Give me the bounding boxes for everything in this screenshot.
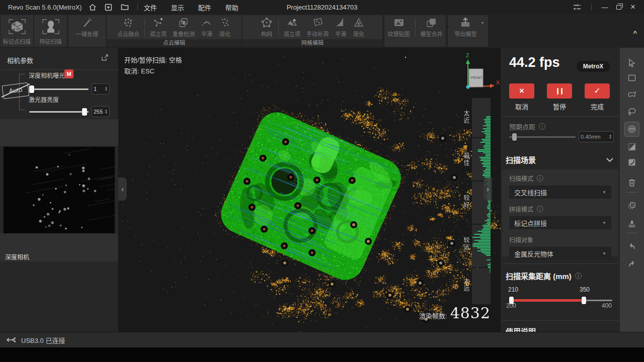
auto-exposure-stamp[interactable]: Auto xyxy=(2,82,30,99)
complete-scan-button[interactable]: ✓ xyxy=(585,83,610,99)
usb-status-text: USB3.0 已连接 xyxy=(21,335,65,345)
scan-mode-dropdown[interactable]: 交叉线扫描 ▼ xyxy=(509,186,611,199)
stitch-mode-dropdown[interactable]: 标记点拼接 ▼ xyxy=(509,216,611,229)
ribbon-collapse-icon[interactable]: ^ xyxy=(633,29,637,37)
hole-fill-icon xyxy=(311,17,324,29)
minimize-button[interactable]: — xyxy=(598,1,612,13)
polygon-select-icon[interactable] xyxy=(625,87,639,102)
open-folder-icon[interactable] xyxy=(119,2,130,12)
pc-isolated-button[interactable]: 孤立项 xyxy=(147,17,170,38)
info-icon[interactable]: i xyxy=(537,206,543,212)
menu-display[interactable]: 显示 xyxy=(171,3,184,12)
mesh-edit-group: 构网 孤立项 手动补洞 xyxy=(243,15,382,47)
collapse-left-panel-tab[interactable]: ‹ xyxy=(118,177,127,201)
select-cursor-icon[interactable] xyxy=(625,56,639,70)
oneclick-process-button[interactable]: 一键处理 xyxy=(73,17,101,38)
collapse-right-panel-tab[interactable]: › xyxy=(484,177,492,201)
exposure-spinbox[interactable]: 1 ▲▼ xyxy=(92,83,110,95)
capture-distance-title: 扫描采集距离 (mm) i xyxy=(506,270,582,281)
point-distance-slider[interactable] xyxy=(509,133,576,141)
group-separator xyxy=(278,18,279,36)
menu-accessories[interactable]: 配件 xyxy=(198,3,211,12)
spin-down-icon[interactable]: ▼ xyxy=(105,112,108,114)
export-caret-icon[interactable]: ▼ xyxy=(481,21,485,25)
info-icon[interactable]: i xyxy=(537,175,543,182)
pointcloud-group-label: 点云编辑 xyxy=(107,39,242,47)
mesh-group-label: 网格编辑 xyxy=(243,39,382,47)
group-separator xyxy=(144,18,145,36)
stitch-mode-label: 拼接模式 i xyxy=(509,205,611,213)
model-merge-button[interactable]: 模型合并 xyxy=(418,17,446,38)
home-icon[interactable] xyxy=(87,2,98,12)
menu-file[interactable]: 文件 xyxy=(144,3,157,12)
range-low-value: 210 xyxy=(508,286,518,293)
laser-slider[interactable] xyxy=(29,108,89,116)
pause-icon xyxy=(557,88,562,95)
gauge-label-too-close: 太近 xyxy=(462,110,470,124)
point-distance-spinbox[interactable]: 0.40mm ▲▼ xyxy=(579,131,614,142)
mesh-simplify-button[interactable]: 简化 xyxy=(350,17,368,38)
delete-icon[interactable] xyxy=(625,175,639,190)
stamp-icon[interactable] xyxy=(625,217,639,231)
texture-map-icon xyxy=(392,17,406,29)
pc-simplify-button[interactable]: 简化 xyxy=(216,17,234,38)
range-handle-high[interactable] xyxy=(582,297,586,304)
cancel-scan-button[interactable]: × xyxy=(509,83,534,99)
camera-params-title: 相机参数 xyxy=(7,55,33,65)
range-min-label: 200 xyxy=(506,302,516,309)
fps-readout: 44.2 fps xyxy=(509,55,560,70)
capture-distance-range-slider[interactable] xyxy=(509,297,612,304)
mesh-build-button[interactable]: 构网 xyxy=(257,17,276,38)
pause-scan-button[interactable] xyxy=(547,83,572,99)
mesh-isolated-button[interactable]: 孤立项 xyxy=(281,17,303,38)
exposure-label: 深度相机曝光 xyxy=(29,71,65,79)
info-icon[interactable]: i xyxy=(539,123,545,130)
panel-divider xyxy=(502,320,619,321)
sphere-select-icon[interactable] xyxy=(625,122,639,136)
pc-smooth-button[interactable]: 平滑 xyxy=(198,17,216,38)
undo-icon[interactable] xyxy=(625,239,639,253)
scan-object-dropdown[interactable]: 金属反光物体 ▼ xyxy=(509,247,611,260)
settings-sliders-icon[interactable] xyxy=(570,1,584,13)
menu-help[interactable]: 帮助 xyxy=(225,3,238,12)
texture-cell: 纹理贴图 模型合并 xyxy=(384,15,446,47)
hole-fill-button[interactable]: 手动补洞 xyxy=(303,17,332,38)
render-frames-label: 渲染帧数: xyxy=(419,311,447,320)
overlap-detect-button[interactable]: 重叠检测 xyxy=(170,17,198,38)
marker-scan-icon xyxy=(7,18,27,36)
spin-down-icon[interactable]: ▼ xyxy=(609,137,612,139)
pointcloud-3d-view[interactable] xyxy=(118,48,501,332)
render-frames-value: 4832 xyxy=(450,304,491,322)
feature-scan-button[interactable]: 特征扫描 xyxy=(34,15,67,47)
redo-icon[interactable] xyxy=(625,256,639,270)
manual-mode-badge[interactable]: M xyxy=(64,69,73,78)
rect-select-icon[interactable] xyxy=(625,71,639,85)
marker-scan-button[interactable]: 标记点扫描 xyxy=(1,15,33,47)
info-icon[interactable]: i xyxy=(575,273,582,279)
gauge-label-too-far: 太远 xyxy=(462,278,470,292)
mesh-smooth-button[interactable]: 平滑 xyxy=(332,17,350,38)
texture-map-button[interactable]: 纹理贴图 xyxy=(385,17,413,38)
invert-select-icon[interactable] xyxy=(625,140,639,154)
undock-panel-icon[interactable] xyxy=(101,54,109,63)
chevron-down-icon[interactable] xyxy=(606,158,613,162)
lasso-select-icon[interactable] xyxy=(625,105,639,119)
complete-label: 完成 xyxy=(585,102,610,111)
orientation-gizmo[interactable]: Z X FRONT xyxy=(454,49,500,95)
spin-down-icon[interactable]: ▼ xyxy=(105,89,108,92)
pointcloud-fuse-button[interactable]: 点云融合 xyxy=(114,17,142,38)
new-project-icon[interactable] xyxy=(103,2,114,12)
depth-histogram xyxy=(472,98,491,304)
close-button[interactable]: × xyxy=(626,1,640,13)
caret-down-icon: ▼ xyxy=(602,221,606,225)
project-title: Project11282024134703 xyxy=(287,4,358,11)
check-icon: ✓ xyxy=(594,87,600,95)
export-model-button[interactable]: 导出模型 xyxy=(452,17,480,38)
exposure-slider[interactable] xyxy=(29,85,89,93)
duplicate-icon[interactable] xyxy=(625,199,639,213)
mesh-simplify-icon xyxy=(353,17,365,29)
restore-button[interactable] xyxy=(612,1,626,13)
fill-select-icon[interactable] xyxy=(625,155,639,169)
device-badge: MetroX xyxy=(577,61,610,72)
laser-spinbox[interactable]: 255 ▲▼ xyxy=(92,106,110,117)
